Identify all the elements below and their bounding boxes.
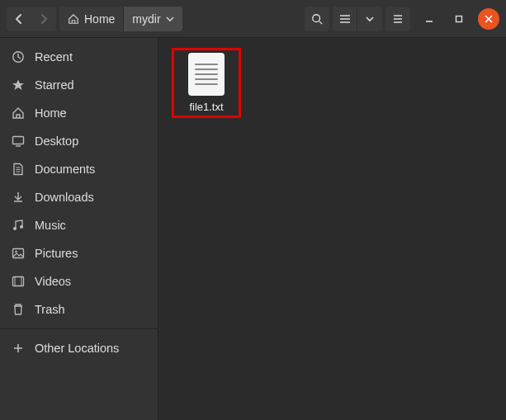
sidebar-item-label: Videos <box>35 275 71 288</box>
svg-point-0 <box>313 14 320 21</box>
path-bar: Home mydir <box>59 7 182 31</box>
view-dropdown-button[interactable] <box>357 7 382 31</box>
sidebar-item-label: Pictures <box>35 247 78 260</box>
home-icon <box>68 13 79 25</box>
chevron-left-icon <box>15 13 23 25</box>
close-button[interactable] <box>478 8 499 30</box>
caret-down-icon <box>366 16 374 22</box>
sidebar-item-label: Trash <box>35 303 65 316</box>
search-icon <box>311 13 323 25</box>
sidebar-item-home[interactable]: Home <box>0 99 158 127</box>
svg-rect-13 <box>13 137 24 144</box>
svg-line-1 <box>319 21 323 24</box>
maximize-button[interactable] <box>448 8 470 30</box>
svg-point-19 <box>20 225 23 229</box>
sidebar-item-label: Home <box>35 106 67 120</box>
body: Recent Starred Home Desktop <box>0 38 506 420</box>
sidebar-item-label: Recent <box>35 50 73 64</box>
home-icon <box>12 106 25 120</box>
sidebar-item-label: Documents <box>35 163 95 176</box>
titlebar: Home mydir <box>0 0 506 38</box>
sidebar-item-recent[interactable]: Recent <box>0 43 158 71</box>
minimize-button[interactable] <box>419 8 440 30</box>
sidebar-item-label: Other Locations <box>35 342 119 355</box>
documents-icon <box>12 163 25 176</box>
menu-group <box>385 7 410 31</box>
file-manager-window: Home mydir <box>0 0 506 420</box>
sidebar-item-desktop[interactable]: Desktop <box>0 127 158 155</box>
file-grid[interactable]: file1.txt <box>158 38 506 420</box>
sidebar-item-label: Desktop <box>35 134 78 148</box>
sidebar-item-videos[interactable]: Videos <box>0 267 158 295</box>
search-button[interactable] <box>305 7 329 31</box>
path-current-label: mydir <box>132 12 160 26</box>
sidebar-separator <box>0 328 158 329</box>
svg-rect-22 <box>13 277 24 286</box>
hamburger-menu-button[interactable] <box>385 7 410 31</box>
sidebar-item-trash[interactable]: Trash <box>0 295 158 323</box>
videos-icon <box>12 275 25 288</box>
music-icon <box>12 219 25 232</box>
sidebar-item-documents[interactable]: Documents <box>0 155 158 183</box>
nav-buttons <box>7 7 56 31</box>
back-button[interactable] <box>7 7 31 31</box>
view-group <box>333 7 382 31</box>
sidebar: Recent Starred Home Desktop <box>0 38 158 420</box>
sidebar-item-label: Starred <box>35 78 74 92</box>
path-segment-home[interactable]: Home <box>59 7 124 31</box>
path-segment-current[interactable]: mydir <box>124 7 182 31</box>
sidebar-item-downloads[interactable]: Downloads <box>0 183 158 211</box>
downloads-icon <box>12 191 25 204</box>
list-icon <box>339 13 351 25</box>
plus-icon <box>12 342 25 355</box>
svg-point-18 <box>13 227 17 230</box>
forward-button[interactable] <box>31 7 56 31</box>
pictures-icon <box>12 247 25 260</box>
caret-down-icon <box>166 16 174 22</box>
minimize-icon <box>424 14 434 24</box>
desktop-icon <box>12 134 25 148</box>
svg-point-21 <box>15 251 17 253</box>
svg-rect-9 <box>456 16 462 21</box>
list-view-button[interactable] <box>333 7 357 31</box>
sidebar-item-other-locations[interactable]: Other Locations <box>0 334 158 362</box>
text-file-icon <box>188 53 225 96</box>
search-group <box>305 7 329 31</box>
sidebar-item-label: Music <box>35 219 66 232</box>
file-item[interactable]: file1.txt <box>173 50 239 116</box>
trash-icon <box>12 303 25 316</box>
hamburger-icon <box>392 13 404 25</box>
path-home-label: Home <box>84 12 115 26</box>
close-icon <box>485 15 493 23</box>
sidebar-item-pictures[interactable]: Pictures <box>0 239 158 267</box>
sidebar-item-music[interactable]: Music <box>0 211 158 239</box>
maximize-icon <box>454 14 464 24</box>
sidebar-item-starred[interactable]: Starred <box>0 71 158 99</box>
chevron-right-icon <box>40 13 48 25</box>
star-icon <box>12 78 25 92</box>
sidebar-item-label: Downloads <box>35 191 94 204</box>
clock-icon <box>12 50 25 64</box>
file-name-label: file1.txt <box>189 101 223 113</box>
svg-rect-20 <box>13 249 24 258</box>
